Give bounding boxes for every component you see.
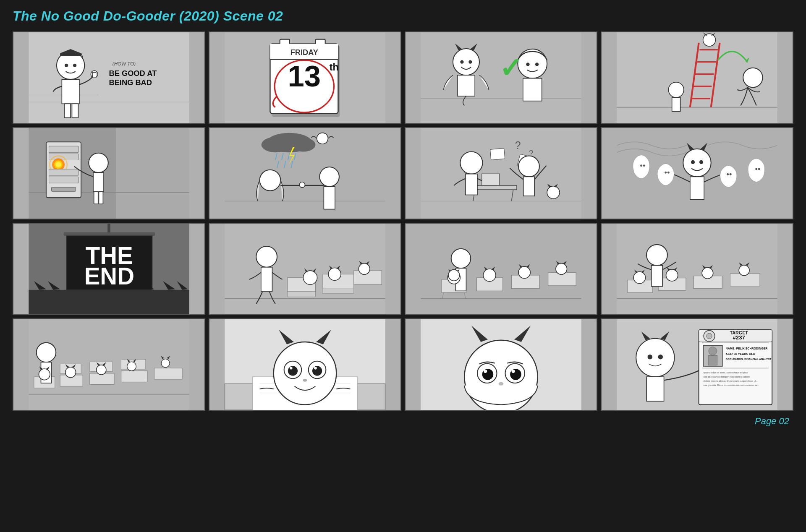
svg-point-147 (256, 246, 277, 267)
panel-13 (13, 318, 205, 411)
svg-point-7 (65, 64, 68, 67)
svg-rect-146 (322, 288, 354, 293)
svg-text:✓: ✓ (499, 52, 522, 83)
svg-point-192 (666, 269, 678, 281)
svg-rect-135 (64, 232, 155, 236)
svg-text:th: th (330, 62, 339, 73)
svg-rect-134 (107, 224, 110, 233)
svg-rect-0 (29, 32, 189, 123)
svg-point-149 (303, 271, 317, 284)
svg-point-189 (633, 272, 645, 284)
svg-text:13: 13 (288, 60, 321, 93)
panel-12 (601, 223, 793, 315)
svg-rect-115 (690, 177, 704, 199)
svg-rect-125 (29, 290, 189, 314)
svg-rect-67 (49, 177, 79, 183)
svg-rect-55 (672, 97, 680, 111)
svg-rect-14 (64, 104, 71, 117)
svg-point-123 (758, 168, 760, 170)
svg-text:BE GOOD AT: BE GOOD AT (109, 69, 157, 78)
svg-text:FRIDAY: FRIDAY (290, 48, 318, 57)
svg-rect-15 (72, 104, 78, 117)
panel-8 (601, 127, 793, 219)
svg-text:#237: #237 (733, 334, 745, 341)
svg-text:dolore magna aliqua. Quis ipsu: dolore magna aliqua. Quis ipsum suspendi… (703, 380, 758, 382)
panel-4 (601, 31, 793, 124)
panel-16: TARGET #237 NAME: FELIX SCHRODINGER AGE:… (601, 318, 793, 411)
svg-point-213 (39, 369, 50, 380)
page-number: Page 02 (13, 416, 793, 427)
svg-point-254 (511, 370, 515, 373)
svg-point-195 (702, 268, 713, 279)
svg-point-187 (646, 245, 667, 266)
svg-point-90 (299, 182, 305, 188)
svg-point-198 (739, 265, 749, 276)
svg-rect-272 (708, 355, 717, 365)
svg-point-116 (640, 164, 642, 167)
svg-point-174 (518, 266, 530, 278)
svg-point-255 (499, 382, 504, 386)
panel-7: ? ? (405, 127, 597, 219)
svg-point-8 (73, 64, 76, 67)
svg-point-52 (743, 68, 763, 88)
svg-point-122 (755, 168, 757, 170)
svg-text:END: END (84, 263, 134, 289)
panel-2: FRIDAY 13 th (209, 31, 401, 124)
svg-point-119 (667, 172, 670, 174)
svg-point-37 (535, 63, 539, 66)
svg-point-64 (55, 162, 61, 167)
svg-text:(HOW TO): (HOW TO) (113, 61, 136, 66)
svg-point-54 (668, 82, 684, 98)
svg-rect-70 (93, 172, 104, 192)
svg-rect-188 (652, 266, 663, 287)
svg-point-117 (643, 164, 645, 167)
svg-text:BEING BAD: BEING BAD (109, 78, 152, 87)
svg-rect-72 (99, 192, 103, 204)
svg-text:ces gravida. Risus commodo viv: ces gravida. Risus commodo viverra maece… (703, 384, 759, 386)
svg-rect-91 (421, 128, 581, 219)
svg-point-32 (460, 60, 463, 63)
svg-rect-34 (458, 75, 475, 96)
svg-rect-4 (60, 53, 81, 56)
svg-point-180 (448, 270, 460, 281)
svg-point-266 (707, 333, 712, 339)
svg-rect-148 (261, 267, 272, 292)
svg-point-171 (483, 269, 496, 282)
svg-rect-66 (49, 169, 79, 175)
svg-point-243 (303, 379, 307, 382)
panel-9: THE END (13, 223, 205, 315)
panel-3: ✓ (405, 31, 597, 124)
svg-point-75 (262, 137, 289, 153)
svg-point-110 (683, 149, 711, 177)
svg-point-87 (260, 170, 281, 191)
svg-point-85 (317, 133, 328, 144)
svg-rect-207 (154, 368, 182, 379)
svg-point-88 (319, 167, 339, 187)
svg-point-49 (703, 34, 716, 46)
svg-point-239 (288, 366, 298, 376)
panel-1: (HOW TO) BE GOOD AT BEING BAD (13, 31, 205, 124)
svg-point-216 (65, 367, 76, 378)
panel-14 (209, 318, 401, 411)
svg-point-114 (699, 160, 703, 164)
svg-rect-9 (62, 79, 79, 104)
svg-text:NAME: FELIX SCHRODINGER: NAME: FELIX SCHRODINGER (726, 347, 768, 350)
panel-11 (405, 223, 597, 315)
svg-point-261 (658, 355, 663, 360)
panel-10 (209, 223, 401, 315)
svg-point-257 (636, 339, 674, 377)
svg-rect-102 (466, 174, 477, 195)
svg-rect-71 (94, 192, 98, 204)
svg-point-222 (127, 362, 136, 371)
svg-point-29 (453, 49, 479, 75)
svg-rect-181 (617, 224, 777, 314)
svg-point-253 (484, 370, 487, 373)
svg-point-219 (97, 365, 106, 375)
svg-point-241 (290, 367, 293, 370)
svg-point-242 (314, 367, 317, 370)
svg-point-69 (89, 153, 108, 173)
svg-rect-206 (121, 371, 147, 382)
page-title: The No Good Do-Gooder (2020) Scene 02 (13, 8, 793, 24)
svg-point-76 (291, 138, 315, 151)
svg-text:?: ? (515, 139, 521, 151)
